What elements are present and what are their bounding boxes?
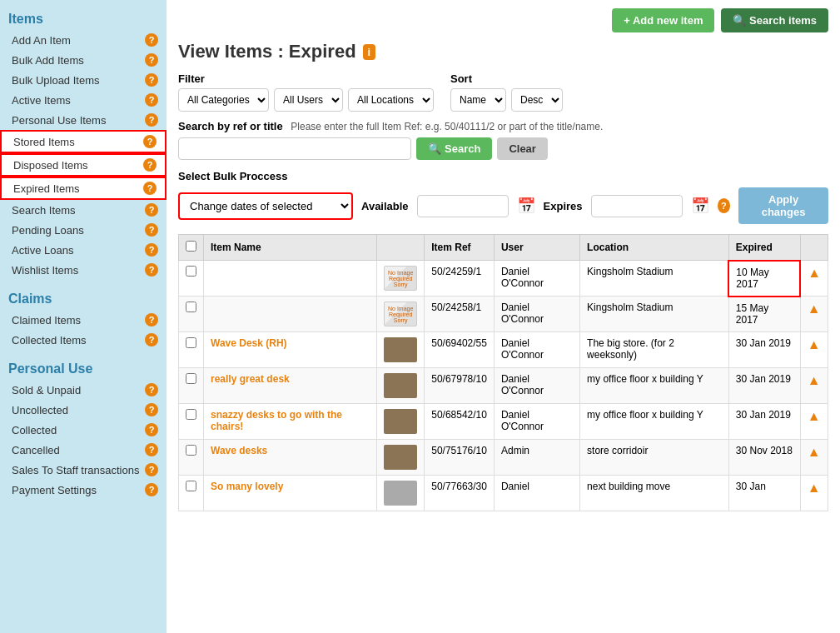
sidebar: Items Add An Item ? Bulk Add Items ? Bul… bbox=[0, 0, 167, 633]
row-checkbox-2[interactable] bbox=[186, 337, 196, 348]
row-expired-1: 15 May 2017 bbox=[728, 297, 800, 332]
sidebar-item-payment-settings[interactable]: Payment Settings ? bbox=[0, 480, 167, 500]
search-row: Search by ref or title Please enter the … bbox=[178, 120, 828, 160]
help-icon-collected[interactable]: ? bbox=[145, 423, 158, 436]
available-calendar-icon[interactable]: 📅 bbox=[517, 197, 535, 215]
filter-group: Filter All Categories All Users All Loca… bbox=[178, 72, 434, 112]
row-action-1[interactable]: ▲ bbox=[808, 302, 821, 316]
help-icon-search-items[interactable]: ? bbox=[145, 203, 158, 217]
row-checkbox-3[interactable] bbox=[186, 373, 196, 384]
sort-order-select[interactable]: Desc Asc bbox=[511, 88, 563, 112]
row-expired-0: 10 May 2017 bbox=[728, 261, 800, 297]
row-action-0[interactable]: ▲ bbox=[808, 266, 821, 280]
bulk-help-icon[interactable]: ? bbox=[718, 198, 731, 213]
row-action-2[interactable]: ▲ bbox=[808, 337, 821, 351]
row-item-name-6: So many lovely bbox=[204, 476, 377, 511]
row-item-name-3: really great desk bbox=[204, 368, 377, 404]
apply-changes-button[interactable]: Apply changes bbox=[738, 187, 828, 224]
row-image-1: No ImageRequiredSorry bbox=[377, 297, 425, 332]
search-hint: Please enter the full Item Ref: e.g. 50/… bbox=[291, 121, 603, 132]
sidebar-item-sold-unpaid[interactable]: Sold & Unpaid ? bbox=[0, 380, 167, 400]
row-checkbox-5[interactable] bbox=[186, 445, 196, 456]
expires-date-input[interactable] bbox=[591, 195, 683, 217]
row-checkbox-1[interactable] bbox=[186, 302, 196, 312]
sort-by-select[interactable]: Name bbox=[450, 88, 506, 112]
available-date-input[interactable] bbox=[417, 195, 509, 217]
sidebar-item-uncollected[interactable]: Uncollected ? bbox=[0, 400, 167, 420]
row-item-name-5: Wave desks bbox=[204, 440, 377, 476]
row-ref-1: 50/24258/1 bbox=[425, 297, 495, 332]
sidebar-item-collected-items[interactable]: Collected Items ? bbox=[0, 330, 167, 350]
help-icon-bulk-add-items[interactable]: ? bbox=[145, 53, 158, 67]
row-ref-3: 50/67978/10 bbox=[425, 368, 495, 404]
sidebar-item-cancelled[interactable]: Cancelled ? bbox=[0, 440, 167, 460]
filter-categories-select[interactable]: All Categories bbox=[178, 88, 269, 112]
row-ref-6: 50/77663/30 bbox=[425, 476, 495, 511]
search-input[interactable] bbox=[178, 137, 411, 160]
sidebar-item-add-an-item[interactable]: Add An Item ? bbox=[0, 30, 167, 50]
sort-label: Sort bbox=[450, 72, 563, 85]
row-location-3: my office floor x building Y bbox=[580, 368, 729, 404]
row-image-5 bbox=[377, 440, 425, 476]
help-icon-personal-use-items[interactable]: ? bbox=[145, 113, 158, 127]
bulk-process-select[interactable]: Change dates of selected bbox=[180, 194, 351, 218]
clear-button[interactable]: Clear bbox=[497, 137, 548, 160]
row-user-6: Daniel bbox=[494, 476, 579, 511]
help-icon-wishlist-items[interactable]: ? bbox=[145, 263, 158, 277]
help-icon-claimed-items[interactable]: ? bbox=[145, 313, 158, 326]
help-icon-payment-settings[interactable]: ? bbox=[145, 483, 158, 496]
row-action-4[interactable]: ▲ bbox=[808, 409, 821, 423]
row-checkbox-0[interactable] bbox=[186, 266, 196, 277]
sidebar-item-claimed-items[interactable]: Claimed Items ? bbox=[0, 310, 167, 330]
bulk-process-section: Select Bulk Proccess Change dates of sel… bbox=[178, 170, 828, 224]
help-icon-pending-loans[interactable]: ? bbox=[145, 223, 158, 237]
help-icon-disposed-items[interactable]: ? bbox=[143, 158, 157, 172]
search-button[interactable]: 🔍 Search bbox=[416, 137, 492, 160]
sidebar-item-sales-to-staff[interactable]: Sales To Staff transactions ? bbox=[0, 460, 167, 480]
expires-calendar-icon[interactable]: 📅 bbox=[691, 197, 709, 215]
sidebar-item-bulk-add-items[interactable]: Bulk Add Items ? bbox=[0, 50, 167, 70]
row-location-2: The big store. (for 2 weeksonly) bbox=[580, 332, 729, 368]
select-all-checkbox[interactable] bbox=[186, 241, 196, 252]
sidebar-item-personal-use-items[interactable]: Personal Use Items ? bbox=[0, 110, 167, 130]
help-icon-stored-items[interactable]: ? bbox=[143, 135, 157, 148]
add-new-item-button[interactable]: + Add new item bbox=[612, 8, 714, 32]
help-icon-uncollected[interactable]: ? bbox=[145, 403, 158, 416]
help-icon-add-an-item[interactable]: ? bbox=[145, 33, 158, 47]
help-icon-sales-to-staff[interactable]: ? bbox=[145, 463, 158, 476]
filter-locations-select[interactable]: All Locations bbox=[348, 88, 434, 112]
row-checkbox-6[interactable] bbox=[186, 481, 196, 491]
help-icon-active-items[interactable]: ? bbox=[145, 93, 158, 107]
sidebar-item-wishlist-items[interactable]: Wishlist Items ? bbox=[0, 260, 167, 280]
sidebar-item-collected[interactable]: Collected ? bbox=[0, 420, 167, 440]
info-badge[interactable]: i bbox=[363, 44, 376, 60]
row-action-5[interactable]: ▲ bbox=[808, 445, 821, 459]
sidebar-item-stored-items[interactable]: Stored Items ? bbox=[0, 130, 167, 153]
help-icon-cancelled[interactable]: ? bbox=[145, 443, 158, 456]
help-icon-expired-items[interactable]: ? bbox=[143, 182, 157, 195]
sidebar-item-pending-loans[interactable]: Pending Loans ? bbox=[0, 220, 167, 240]
sidebar-item-expired-items[interactable]: Expired Items ? bbox=[0, 177, 167, 200]
sidebar-section-claims: Claims bbox=[0, 287, 167, 310]
bulk-process-select-wrapper: Change dates of selected bbox=[178, 192, 353, 220]
row-action-3[interactable]: ▲ bbox=[808, 373, 821, 387]
help-icon-sold-unpaid[interactable]: ? bbox=[145, 383, 158, 396]
main-content: + Add new item 🔍 Search items View Items… bbox=[167, 0, 840, 633]
search-icon: 🔍 bbox=[428, 142, 441, 155]
filter-users-select[interactable]: All Users bbox=[274, 88, 343, 112]
sidebar-item-active-items[interactable]: Active Items ? bbox=[0, 90, 167, 110]
row-action-6[interactable]: ▲ bbox=[808, 481, 821, 495]
search-items-button[interactable]: 🔍 Search items bbox=[721, 8, 828, 32]
row-location-4: my office floor x building Y bbox=[580, 404, 729, 440]
help-icon-bulk-upload-items[interactable]: ? bbox=[145, 73, 158, 87]
col-header-image bbox=[377, 235, 425, 261]
sidebar-item-bulk-upload-items[interactable]: Bulk Upload Items ? bbox=[0, 70, 167, 90]
sidebar-item-active-loans[interactable]: Active Loans ? bbox=[0, 240, 167, 260]
sidebar-item-disposed-items[interactable]: Disposed Items ? bbox=[0, 153, 167, 177]
row-location-0: Kingsholm Stadium bbox=[580, 261, 729, 297]
row-user-3: Daniel O'Connor bbox=[494, 368, 579, 404]
help-icon-active-loans[interactable]: ? bbox=[145, 243, 158, 257]
sidebar-item-search-items[interactable]: Search Items ? bbox=[0, 200, 167, 220]
row-checkbox-4[interactable] bbox=[186, 409, 196, 420]
help-icon-collected-items[interactable]: ? bbox=[145, 333, 158, 346]
